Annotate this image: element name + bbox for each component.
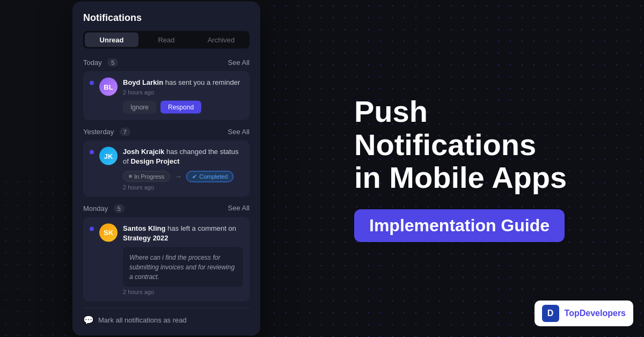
status-in-progress: In Progress [123, 171, 170, 182]
heading-line2: in Mobile Apps [354, 161, 612, 194]
brand-badge: D TopDevelopers [535, 301, 633, 326]
notification-boyd: BL Boyd Larkin has sent you a reminder 2… [83, 71, 250, 120]
avatar-josh: JK [99, 147, 118, 165]
dot-pattern-left [0, 176, 70, 337]
left-panel: Notifications Unread Read Archived Today… [72, 2, 260, 336]
notification-widget: Notifications Unread Read Archived Today… [72, 2, 260, 336]
avatar-santos: SK [99, 223, 118, 241]
status-change: In Progress → ✔ Completed [123, 171, 243, 182]
yesterday-section-header: Yesterday 7 See All [83, 127, 250, 136]
notif-content-josh: Josh Krajcik has changed the status of D… [123, 147, 243, 190]
tabs-container: Unread Read Archived [83, 31, 250, 49]
today-section-header: Today 5 See All [83, 57, 250, 67]
today-see-all[interactable]: See All [228, 58, 250, 66]
unread-dot-boyd [90, 81, 94, 85]
mark-all-icon: 💬 [83, 314, 94, 325]
check-icon: ✔ [192, 173, 197, 180]
unread-dot-josh [90, 150, 94, 155]
main-heading: Push Notifications in Mobile Apps [354, 95, 612, 194]
notif-time-boyd: 2 hours ago [123, 89, 243, 96]
sub-heading-badge: Implementation Guide [354, 209, 565, 242]
monday-section-header: Monday 5 See All [83, 203, 250, 213]
avatar-boyd: BL [99, 78, 118, 96]
notif-text-santos: Santos Kling has left a comment on Strat… [123, 223, 243, 243]
ignore-button[interactable]: Ignore [123, 101, 156, 114]
tab-unread[interactable]: Unread [85, 33, 138, 47]
tab-read[interactable]: Read [140, 33, 193, 47]
heading-line1: Push Notifications [354, 95, 612, 161]
monday-see-all[interactable]: See All [228, 204, 250, 212]
today-label: Today 5 [83, 57, 118, 67]
unread-dot-santos [90, 226, 94, 231]
notification-josh: JK Josh Krajcik has changed the status o… [83, 141, 250, 196]
notif-time-josh: 2 hours ago [123, 184, 243, 190]
notif-content-santos: Santos Kling has left a comment on Strat… [123, 223, 243, 295]
widget-footer: 💬 Mark all notifications as read [83, 307, 250, 325]
tab-archived[interactable]: Archived [194, 33, 248, 47]
yesterday-label: Yesterday 7 [83, 127, 130, 136]
respond-button[interactable]: Respond [160, 101, 201, 114]
brand-name: TopDevelopers [565, 309, 626, 318]
in-progress-dot [129, 175, 132, 178]
widget-title: Notifications [83, 12, 250, 24]
brand-logo: D [542, 305, 559, 322]
monday-label: Monday 5 [83, 203, 125, 213]
status-completed: ✔ Completed [186, 171, 233, 182]
comment-bubble: Where can i find the process for submitt… [123, 247, 243, 287]
mark-all-button[interactable]: Mark all notifications as read [98, 316, 187, 324]
right-panel: Push Notifications in Mobile Apps Implem… [354, 95, 612, 242]
notif-text-josh: Josh Krajcik has changed the status of D… [123, 147, 243, 166]
notification-santos: SK Santos Kling has left a comment on St… [83, 217, 250, 301]
arrow-icon: → [174, 172, 182, 181]
notif-content-boyd: Boyd Larkin has sent you a reminder 2 ho… [123, 78, 243, 114]
notif-time-santos: 2 hours ago [123, 288, 243, 295]
notif-actions-boyd: Ignore Respond [123, 101, 243, 114]
yesterday-see-all[interactable]: See All [228, 127, 250, 135]
notif-text-boyd: Boyd Larkin has sent you a reminder [123, 78, 243, 87]
